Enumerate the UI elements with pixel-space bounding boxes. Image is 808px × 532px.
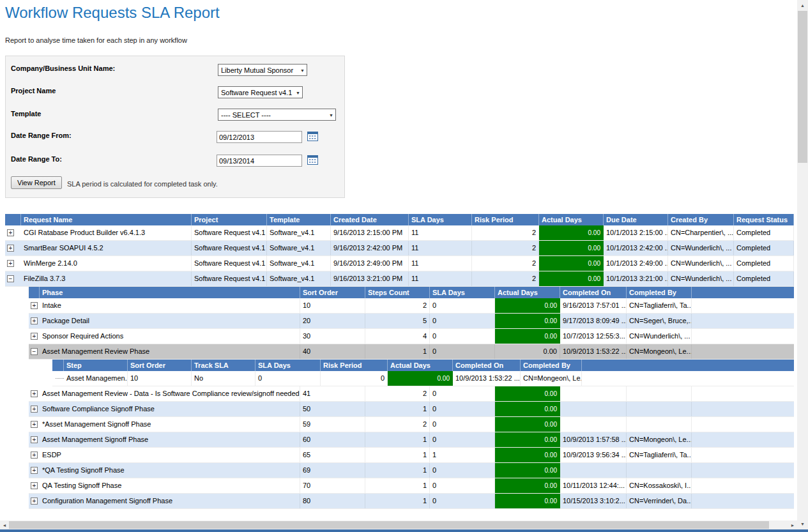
expand-icon[interactable]: +: [31, 498, 38, 505]
request-cell: Software Request v4.1: [192, 271, 267, 286]
phase-row[interactable]: +*QA Testing Signoff Phase69100.00: [29, 463, 794, 478]
template-select-value: ---- SELECT ----: [221, 111, 271, 119]
expander-cell: −: [5, 271, 21, 286]
phase-cell: [560, 402, 627, 416]
phase-cell: CN=Wunderlich\, ...: [627, 329, 692, 344]
report-table: Request NameProjectTemplateCreated DateS…: [5, 214, 794, 509]
template-select[interactable]: ---- SELECT ---- ▼: [218, 109, 336, 121]
phase-row[interactable]: +ESDP65110.0010/9/2013 9:56:34 ...CN=Tag…: [29, 448, 794, 463]
expand-icon[interactable]: +: [31, 333, 38, 340]
scroll-left-icon[interactable]: ◄: [0, 521, 9, 529]
date-from-label: Date Range From:: [11, 132, 72, 139]
expand-icon[interactable]: +: [31, 390, 38, 397]
column-header: Created Date: [331, 214, 409, 225]
phase-cell: 0: [430, 402, 495, 416]
request-cell: 9/16/2013 2:15:00 PM: [331, 225, 409, 240]
horizontal-scrollbar[interactable]: ◄ ►: [0, 521, 797, 529]
request-row[interactable]: +CGI Ratabase Product Builder v6.4.1.3So…: [5, 225, 794, 241]
phase-cell: CN=Mongeon\, Le...: [627, 344, 692, 359]
vertical-scrollbar-thumb[interactable]: [798, 11, 807, 163]
expand-icon[interactable]: +: [31, 482, 38, 489]
collapse-icon[interactable]: −: [31, 348, 38, 355]
phase-cell: *QA Testing Signoff Phase: [40, 463, 300, 478]
phase-row[interactable]: +Configuration Management Signoff Phase8…: [29, 494, 794, 509]
column-header: Track SLA: [192, 360, 255, 371]
request-cell: 11: [409, 271, 472, 286]
request-row[interactable]: +SmartBear SOAPUI 4.5.2Software Request …: [5, 241, 794, 256]
column-header: Request Name: [21, 214, 192, 225]
phase-row[interactable]: −Asset Management Review Phase40100.0010…: [29, 344, 794, 360]
request-row[interactable]: +WinMerge 2.14.0Software Request v4.1Sof…: [5, 256, 794, 271]
scroll-up-icon[interactable]: ▲: [797, 0, 808, 11]
horizontal-scrollbar-thumb[interactable]: [9, 521, 769, 529]
company-select[interactable]: Liberty Mutual Sponsor ▼: [218, 64, 307, 76]
expand-icon[interactable]: +: [7, 229, 14, 236]
phase-cell: 1: [365, 448, 430, 462]
request-row[interactable]: −FileZilla 3.7.3Software Request v4.1Sof…: [5, 271, 794, 287]
phase-row[interactable]: +Package Detail20500.009/17/2013 8:09:49…: [29, 314, 794, 329]
expand-icon[interactable]: +: [31, 436, 38, 443]
phase-cell: 70: [300, 478, 365, 493]
phase-row[interactable]: +QA Testing Signoff Phase70100.0010/11/2…: [29, 478, 794, 494]
calendar-icon[interactable]: [307, 131, 318, 142]
project-select[interactable]: Software Request v4.1 ▼: [218, 86, 303, 98]
expand-icon[interactable]: +: [31, 421, 38, 428]
sla-actual-days-cell: 0.00: [539, 256, 604, 271]
phase-cell: 2: [365, 417, 430, 432]
collapse-icon[interactable]: −: [7, 275, 14, 282]
sla-actual-days-cell: 0.00: [539, 241, 604, 255]
column-header: Actual Days: [539, 214, 604, 225]
expander-cell: +: [29, 314, 40, 328]
phase-row[interactable]: +Software Compliance Signoff Phase50100.…: [29, 402, 794, 417]
phase-cell: 0: [430, 494, 495, 508]
request-cell: 9/16/2013 3:21:00 PM: [331, 271, 409, 286]
sla-actual-days-cell: 0.00: [495, 463, 560, 478]
view-report-button[interactable]: View Report: [11, 176, 62, 189]
request-cell: Completed: [734, 271, 794, 286]
phase-cell: 10/9/2013 1:53:22 ...: [560, 344, 627, 359]
expand-icon[interactable]: +: [31, 317, 38, 324]
phase-cell: *Asset Management Signoff Phase: [40, 417, 300, 432]
request-cell: Software_v4.1: [267, 271, 331, 286]
phase-cell: [627, 402, 692, 416]
expand-icon[interactable]: +: [7, 245, 14, 252]
phase-cell: 0: [430, 432, 495, 447]
expander-column-header: [5, 214, 21, 225]
phase-row[interactable]: +Intake10200.009/16/2013 7:57:01 ...CN=T…: [29, 298, 794, 314]
page-title: Workflow Requests SLA Report: [5, 4, 220, 22]
expand-icon[interactable]: +: [7, 260, 14, 267]
date-to-input[interactable]: [217, 155, 302, 167]
expand-icon[interactable]: +: [31, 406, 38, 413]
column-header: Completed By: [521, 360, 582, 371]
expander-cell: +: [29, 478, 40, 493]
scroll-right-icon[interactable]: ►: [788, 521, 797, 529]
phase-cell: CN=Mongeon\, Le...: [627, 432, 692, 447]
project-select-value: Software Request v4.1: [221, 89, 292, 96]
scroll-down-icon[interactable]: ▼: [797, 519, 808, 529]
chevron-down-icon: ▼: [296, 91, 300, 95]
project-label: Project Name: [11, 87, 56, 95]
phase-row[interactable]: +Sponsor Required Actions30400.0010/7/20…: [29, 329, 794, 344]
column-header: SLA Days: [409, 214, 472, 225]
request-cell: 10/1/2013 2:49:00 ...: [604, 256, 668, 271]
phase-row[interactable]: +Asset Management Signoff Phase60100.001…: [29, 432, 794, 448]
phase-row[interactable]: +Asset Management Review - Data - Is Sof…: [29, 386, 794, 402]
phase-cell: 10/9/2013 9:56:34 ...: [560, 448, 627, 462]
column-header: SLA Days: [430, 287, 495, 298]
filter-panel: Company/Business Unit Name: Liberty Mutu…: [5, 56, 345, 198]
request-cell: 11: [409, 241, 472, 255]
calendar-icon[interactable]: [307, 155, 318, 165]
phase-row[interactable]: +*Asset Management Signoff Phase59200.00: [29, 417, 794, 432]
sla-actual-days-cell: 0.00: [388, 371, 453, 386]
step-cell: 0: [255, 371, 321, 386]
step-cell: No: [192, 371, 255, 386]
expand-icon[interactable]: +: [31, 467, 38, 474]
request-cell: 9/16/2013 2:49:00 PM: [331, 256, 409, 271]
expand-icon[interactable]: +: [31, 452, 38, 459]
date-from-input[interactable]: [217, 131, 302, 143]
vertical-scrollbar[interactable]: ▲ ▼: [797, 0, 808, 529]
phase-cell: 10/11/2013 12:44:...: [560, 478, 627, 493]
expand-icon[interactable]: +: [31, 302, 38, 309]
step-row[interactable]: Asset Managemen...10No000.0010/9/2013 1:…: [52, 371, 794, 386]
request-cell: Software_v4.1: [267, 256, 331, 271]
